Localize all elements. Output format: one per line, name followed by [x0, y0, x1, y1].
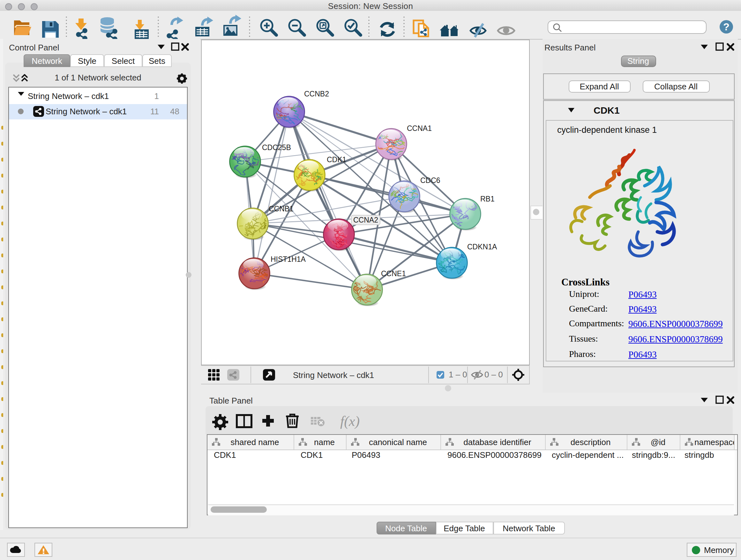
- svg-text:CDKN1A: CDKN1A: [467, 243, 497, 251]
- svg-text:CDK1: CDK1: [327, 155, 346, 164]
- svg-text:CCNA2: CCNA2: [353, 216, 378, 224]
- svg-text:CCNB1: CCNB1: [269, 205, 293, 213]
- svg-text:RB1: RB1: [480, 195, 495, 203]
- svg-text:CCNA1: CCNA1: [407, 124, 432, 132]
- svg-text:CCNE1: CCNE1: [381, 269, 406, 278]
- svg-text:CCNB2: CCNB2: [304, 90, 329, 98]
- svg-text:?: ?: [723, 21, 730, 33]
- svg-text:f(x): f(x): [340, 414, 360, 429]
- svg-text:0 – 0: 0 – 0: [484, 370, 503, 379]
- svg-text:HIST1H1A: HIST1H1A: [271, 255, 306, 263]
- svg-text:CDC6: CDC6: [420, 176, 441, 185]
- svg-text:CDC25B: CDC25B: [262, 143, 291, 152]
- svg-text:1 – 0: 1 – 0: [449, 370, 467, 379]
